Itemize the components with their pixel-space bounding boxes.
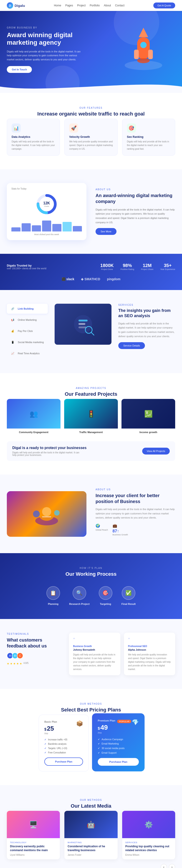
donut-chart: 12K Clicks bbox=[35, 193, 58, 216]
stat-num-4: 35+ bbox=[160, 263, 175, 268]
basic-plan-icon: 📦 bbox=[76, 720, 83, 727]
trusted-text: Digalu Trusted by over 150,000+ clients … bbox=[7, 264, 46, 270]
business-label: ABOUT US bbox=[96, 488, 175, 491]
process-step-3: 🎯 Targeting bbox=[99, 586, 112, 605]
seo-nav-label-1: Link Building bbox=[18, 307, 34, 310]
nav-home[interactable]: Home bbox=[54, 4, 61, 7]
seo-nav-analytics[interactable]: 📈 Real Time Analytics bbox=[7, 348, 48, 359]
seo-nav-online-marketing[interactable]: 📢 Online Marketing bbox=[7, 315, 48, 325]
seo-label: SERVICES bbox=[118, 304, 175, 306]
trusted-header: Digalu Trusted by over 150,000+ clients … bbox=[7, 263, 175, 271]
features-label: OUR FEATURES bbox=[7, 106, 175, 109]
seo-nav-link-building[interactable]: 🔗 Link Building bbox=[7, 304, 48, 314]
about-label: ABOUT US bbox=[96, 188, 175, 191]
stat-label-4: Year Experience bbox=[160, 268, 175, 271]
step-icon-4: ✅ bbox=[122, 586, 135, 600]
feature-card-3: 🎯 Seo Ranking Digalu will help and provi… bbox=[122, 119, 175, 156]
media-next-button[interactable]: › bbox=[169, 864, 175, 868]
features-title: Increase organic website traffic to reac… bbox=[7, 111, 175, 117]
premium-feature-2: ✓Email Marketing bbox=[98, 742, 139, 745]
about-visual: Stats for Today 12K Clicks bbox=[7, 183, 86, 240]
bar-4 bbox=[42, 220, 51, 231]
stat-num-2: 98% bbox=[120, 263, 134, 268]
star-1: ★ bbox=[7, 662, 9, 665]
media-card-1[interactable]: 🖥️ TECHNOLOGY Discovery earnestly public… bbox=[7, 811, 60, 859]
nav-contact[interactable]: Contact bbox=[115, 4, 124, 7]
svg-point-14 bbox=[54, 510, 60, 516]
bar-6 bbox=[63, 222, 72, 231]
test-text-1: Digalu will help and provide all the too… bbox=[73, 653, 116, 671]
process-title: Our Working Process bbox=[7, 571, 175, 577]
check-icon: ✓ bbox=[44, 747, 46, 749]
process-step-1: 📋 Planning bbox=[46, 586, 60, 605]
feature-desc-3: Digalu will help and provide all the too… bbox=[127, 140, 171, 151]
protect-description: Digalu will help and provide all the too… bbox=[12, 451, 80, 456]
feature-card-1: 📊 Data Analytics Digalu will help and pr… bbox=[7, 119, 60, 156]
seo-details-button[interactable]: Service Details bbox=[118, 342, 145, 349]
trusted-subtitle: over 150,000+ clients all over the world bbox=[7, 267, 46, 270]
step-label-4: Final Result bbox=[121, 602, 136, 605]
test-name-1: Johnny Bernadeth bbox=[73, 648, 116, 651]
step-label-3: Targeting bbox=[99, 602, 112, 605]
media-card-2[interactable]: 🤖 MARKETING Considered implication of he… bbox=[64, 811, 117, 859]
seo-nav-label-2: Online Marketing bbox=[18, 318, 37, 321]
nav-links: Home Pages Project Portfolio About Conta… bbox=[54, 4, 124, 7]
media-prev-button[interactable]: ‹ bbox=[160, 864, 167, 868]
project-card-3[interactable]: 💹 Income growth bbox=[121, 399, 175, 434]
premium-purchase-button[interactable]: Purchase Plan bbox=[98, 758, 139, 766]
seo-content: SERVICES The insights you gain from an S… bbox=[118, 304, 175, 349]
stat-label-3: Project Share bbox=[141, 268, 153, 271]
business-content: ABOUT US Increase your client for better… bbox=[96, 488, 175, 539]
nav-pages[interactable]: Pages bbox=[65, 4, 73, 7]
seo-nav-label-5: Real Time Analytics bbox=[18, 352, 40, 355]
nav-cta-button[interactable]: Get A Quote bbox=[153, 2, 175, 8]
basic-price: 25 bbox=[47, 725, 54, 732]
hero-cta-button[interactable]: Get In Touch bbox=[7, 66, 32, 73]
nav-project[interactable]: Project bbox=[77, 4, 85, 7]
review-score: 4.8/5 bbox=[24, 662, 29, 664]
protect-banner: Digal is a ready to protect your busines… bbox=[7, 441, 175, 461]
basic-purchase-button[interactable]: Purchase Plan bbox=[44, 757, 83, 766]
quote-icon-1: " bbox=[73, 637, 116, 643]
premium-feature-3: ✓30 social media posts bbox=[98, 747, 139, 750]
slack-logo: ⬛ slack bbox=[62, 277, 74, 281]
svg-line-8 bbox=[91, 332, 94, 335]
check-icon: ✓ bbox=[98, 742, 100, 745]
project-image-1: 👥 bbox=[7, 399, 61, 429]
hero-description: Digalu will help and provide all the too… bbox=[7, 50, 84, 62]
media-title: Our Latest Media bbox=[7, 803, 175, 809]
nav-about[interactable]: About bbox=[104, 4, 111, 7]
nav-portfolio[interactable]: Portfolio bbox=[89, 4, 100, 7]
project-card-2[interactable]: 🚦 Traffic Management bbox=[64, 399, 118, 434]
project-card-1[interactable]: 👥 Community Engagement bbox=[7, 399, 61, 434]
test-text-2: We help and provide quality innovation a… bbox=[128, 653, 171, 671]
media-author-2: James Foster bbox=[68, 854, 114, 856]
business-description: Digalu will help and provide all the too… bbox=[96, 507, 175, 520]
feature-icon-3: 🎯 bbox=[127, 123, 136, 132]
seo-navigation: 🔗 Link Building 📢 Online Marketing 💰 Pay… bbox=[7, 304, 48, 360]
trusted-logos: ⬛ slack ◈ SMATHCD pingdom bbox=[7, 277, 175, 281]
media-image-2: 🤖 bbox=[64, 811, 117, 838]
media-card-3[interactable]: ⚙️ SERVICES Providing top quality cleani… bbox=[122, 811, 175, 859]
price-card-premium: Premium Plan POPULAR $ 49 /mo 💎 ✓Audienc… bbox=[92, 713, 145, 771]
social-icon: 📱 bbox=[10, 339, 15, 345]
pricing-section: OUR METHODS Select Best Pricing Plans Ba… bbox=[0, 689, 182, 785]
media-title-1: Discovery earnestly public command menti… bbox=[10, 844, 57, 852]
stat-4: 35+ Year Experience bbox=[160, 263, 175, 271]
projects-label: AMAZING PROJECTS bbox=[7, 387, 175, 389]
seo-nav-ppc[interactable]: 💰 Pay Per Click bbox=[7, 326, 48, 336]
media-category-3: SERVICES bbox=[125, 841, 172, 844]
about-see-more-button[interactable]: See More bbox=[96, 228, 116, 235]
project-title-2: Traffic Management bbox=[64, 429, 118, 434]
briefcase-icon: 💼 bbox=[113, 524, 128, 528]
basic-currency: $ bbox=[44, 727, 46, 732]
link-icon: 🔗 bbox=[10, 306, 15, 311]
rating-container: ★ ★ ★ ★ ★ 4.8/5 bbox=[7, 661, 60, 665]
seo-nav-social[interactable]: 📱 Social Media marketing bbox=[7, 337, 48, 347]
stat-num-1: 1800K bbox=[100, 263, 114, 268]
logo-icon: D bbox=[7, 2, 13, 9]
premium-feature-4: ✓Email Support bbox=[98, 752, 139, 754]
view-all-projects-button[interactable]: View All Projects bbox=[142, 448, 170, 455]
test-category-1: Business Growth bbox=[73, 645, 116, 648]
trusted-section: Digalu Trusted by over 150,000+ clients … bbox=[0, 254, 182, 290]
